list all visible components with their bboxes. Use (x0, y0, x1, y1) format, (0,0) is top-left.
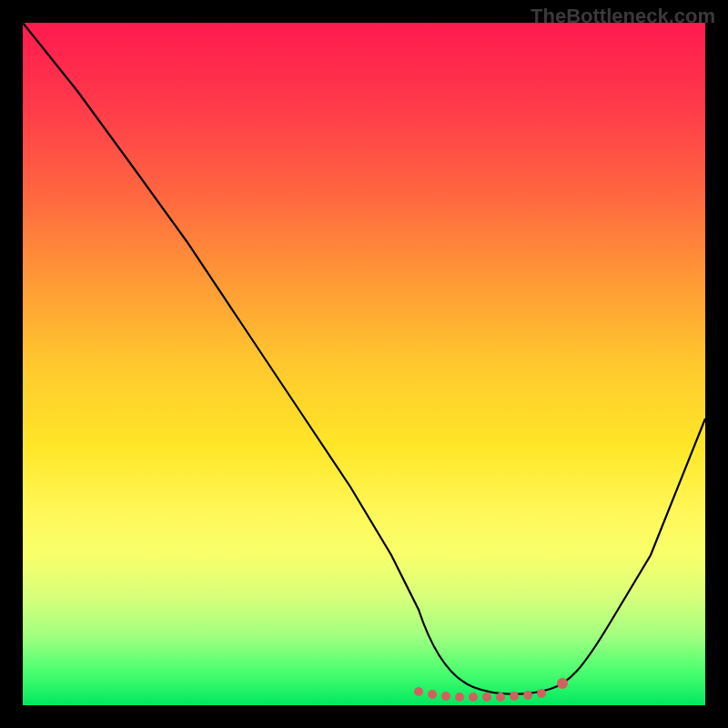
svg-point-3 (455, 693, 464, 702)
svg-point-6 (496, 693, 505, 702)
svg-point-5 (482, 693, 491, 702)
svg-point-2 (441, 692, 450, 701)
watermark-text: TheBottleneck.com (531, 5, 715, 28)
svg-point-1 (428, 690, 437, 699)
svg-point-4 (469, 693, 478, 702)
svg-point-9 (537, 689, 546, 698)
svg-point-0 (414, 687, 423, 696)
bottleneck-curve (23, 23, 705, 694)
svg-point-10 (557, 678, 568, 689)
curve-layer (23, 23, 705, 705)
svg-point-8 (523, 691, 532, 700)
svg-point-7 (510, 692, 519, 701)
